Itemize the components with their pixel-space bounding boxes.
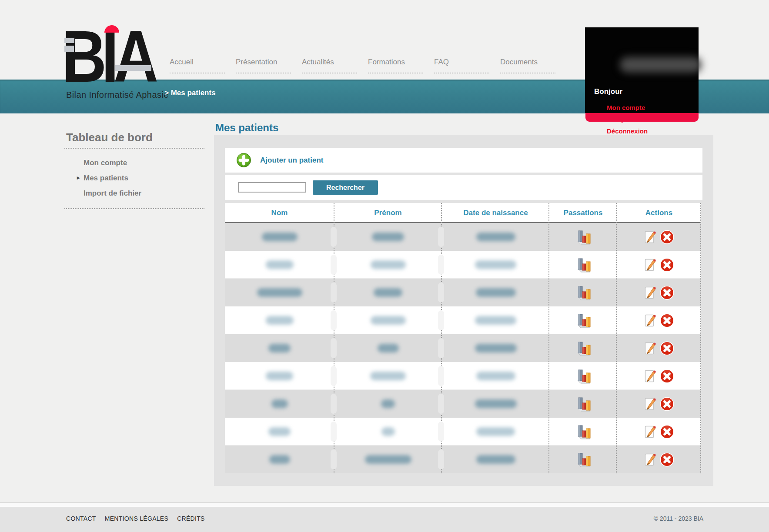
logo-gray-bar — [64, 46, 74, 52]
redacted-prenom-text — [371, 260, 406, 269]
sidebar-list: Mon compte ▸ Mes patients Import de fich… — [64, 159, 204, 204]
delete-icon[interactable] — [660, 286, 674, 300]
sidebar-item-label: Mes patients — [84, 174, 128, 182]
redacted-prenom-text — [378, 344, 399, 352]
patient-date-cell — [442, 418, 549, 446]
bar-chart-icon[interactable] — [575, 256, 592, 273]
footer-link[interactable]: CONTACT — [66, 515, 96, 522]
delete-icon[interactable] — [660, 397, 674, 411]
table-row — [225, 279, 701, 306]
delete-icon[interactable] — [660, 313, 674, 328]
patient-nom-cell — [225, 362, 334, 390]
logo-gray-bar — [64, 38, 74, 43]
footer-link[interactable]: CRÉDITS — [177, 515, 205, 522]
redacted-nom-text — [268, 344, 291, 352]
patient-prenom-cell — [334, 362, 442, 390]
search-button[interactable]: Rechercher — [313, 180, 378, 195]
bar-chart-icon[interactable] — [575, 228, 592, 246]
bar-chart-icon[interactable] — [575, 312, 592, 329]
edit-icon[interactable] — [644, 341, 656, 355]
page-title: Mes patients — [215, 122, 278, 134]
table-header: Nom Prénom Date de naissance Passations … — [225, 203, 701, 223]
patient-nom-cell — [225, 446, 334, 473]
bar-chart-icon[interactable] — [575, 339, 592, 357]
footer-divider — [0, 502, 769, 507]
patient-prenom-cell — [334, 279, 442, 306]
add-patient-button[interactable]: Ajouter un patient — [260, 148, 323, 173]
patient-date-cell — [442, 446, 549, 473]
edit-icon[interactable] — [644, 369, 656, 383]
actions-cell — [617, 306, 701, 334]
bar-chart-icon[interactable] — [575, 367, 592, 385]
patient-prenom-cell — [334, 306, 442, 334]
patient-nom-cell — [225, 251, 334, 279]
delete-icon[interactable] — [660, 341, 674, 356]
patient-prenom-cell — [334, 251, 442, 279]
main-nav: Accueil Présentation Actualités Formatio… — [170, 58, 566, 73]
delete-icon[interactable] — [660, 258, 674, 272]
logo-tagline: Bilan Informatisé Aphasie — [66, 90, 169, 100]
plus-circle-icon[interactable] — [236, 153, 251, 168]
user-menu-red-bar — [585, 113, 699, 122]
actions-cell — [617, 418, 701, 446]
actions-cell — [617, 334, 701, 362]
divider — [64, 208, 204, 209]
edit-icon[interactable] — [644, 313, 656, 327]
nav-item[interactable]: Documents — [500, 58, 555, 73]
edit-icon[interactable] — [644, 230, 656, 244]
bar-chart-icon[interactable] — [575, 284, 592, 301]
nav-item[interactable]: Actualités — [302, 58, 357, 73]
nav-item[interactable]: Accueil — [170, 58, 225, 73]
edit-icon[interactable] — [644, 286, 656, 299]
patient-date-cell — [442, 251, 549, 279]
nav-item[interactable]: FAQ — [434, 58, 489, 73]
delete-icon[interactable] — [660, 369, 674, 383]
redacted-date-text — [476, 455, 515, 464]
delete-icon[interactable] — [660, 230, 674, 244]
delete-icon[interactable] — [660, 425, 674, 439]
edit-icon[interactable] — [644, 258, 656, 272]
table-row — [225, 446, 701, 473]
sidebar-item[interactable]: Import de fichier — [64, 189, 204, 204]
redacted-date-text — [475, 260, 516, 269]
edit-icon[interactable] — [644, 397, 656, 411]
redacted-date-text — [476, 372, 515, 380]
redacted-date-text — [475, 344, 517, 352]
logo-gray-bar — [115, 65, 151, 71]
actions-cell — [617, 251, 701, 279]
footer: CONTACT MENTIONS LÉGALES CRÉDITS © 2011 … — [0, 507, 769, 532]
sidebar-item[interactable]: Mon compte — [64, 159, 204, 174]
user-menu-item[interactable]: Déconnexion — [607, 127, 648, 135]
patient-nom-cell — [225, 279, 334, 306]
redacted-prenom-text — [374, 288, 402, 297]
nav-item[interactable]: Présentation — [236, 58, 291, 73]
user-menu-item[interactable]: Mon compte — [607, 104, 648, 111]
patient-nom-cell — [225, 418, 334, 446]
redacted-date-text — [476, 427, 515, 436]
patient-nom-cell — [225, 390, 334, 418]
patient-prenom-cell — [334, 390, 442, 418]
table-body — [225, 223, 701, 473]
bar-chart-icon[interactable] — [575, 423, 592, 440]
copyright: © 2011 - 2023 BIA — [654, 515, 703, 522]
sidebar-item[interactable]: ▸ Mes patients — [64, 174, 204, 189]
actions-cell — [617, 362, 701, 390]
passations-cell — [549, 418, 617, 446]
table-row — [225, 223, 701, 251]
edit-icon[interactable] — [644, 452, 656, 466]
footer-link[interactable]: MENTIONS LÉGALES — [105, 515, 168, 522]
search-input[interactable] — [238, 182, 306, 193]
column-header: Passations — [549, 203, 617, 223]
redacted-date-text — [476, 288, 516, 297]
nav-item[interactable]: Formations — [368, 58, 423, 73]
content-panel: Ajouter un patient Rechercher Nom Prénom… — [214, 135, 713, 486]
breadcrumb: > Mes patients — [164, 89, 216, 97]
bar-chart-icon[interactable] — [575, 451, 592, 468]
bar-chart-icon[interactable] — [575, 395, 592, 412]
edit-icon[interactable] — [644, 425, 656, 439]
delete-icon[interactable] — [660, 452, 674, 467]
patient-date-cell — [442, 306, 549, 334]
redacted-prenom-text — [381, 427, 395, 436]
patient-date-cell — [442, 390, 549, 418]
table-row — [225, 334, 701, 362]
